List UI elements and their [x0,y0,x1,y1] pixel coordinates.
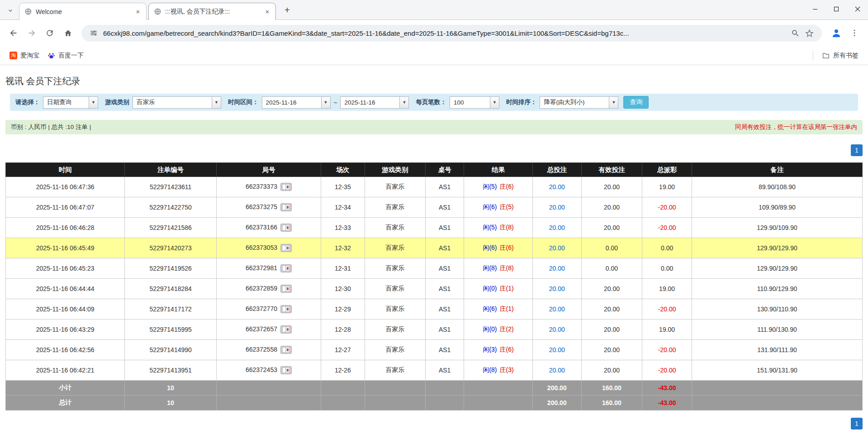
game-type-label: 游戏类别 [105,98,129,106]
tab-close-icon[interactable]: × [133,7,142,16]
total-bet-link[interactable]: 20.00 [549,183,565,191]
forward-button[interactable] [23,24,41,42]
chevron-down-icon[interactable]: ▼ [609,97,618,108]
total-bet-link[interactable]: 20.00 [549,326,565,333]
total-bet-link[interactable]: 20.00 [549,244,565,252]
menu-button[interactable] [845,24,863,42]
total-bet-link[interactable]: 20.00 [549,346,565,353]
address-bar[interactable]: 66cxkj98.com/game/betrecord_search/kind3… [81,25,822,42]
view-result-cards-icon[interactable] [280,305,292,313]
cell-empty [692,381,863,396]
tab-search-button[interactable] [3,2,18,19]
cell-result: 闲(0)庄(2) [464,320,533,340]
cell-result: 闲(8)庄(3) [464,360,533,381]
header-table-no: 桌号 [426,163,464,177]
player-result: 闲(5) [483,224,497,231]
refresh-button[interactable] [41,24,59,42]
minimize-button[interactable] [804,0,825,18]
bookmark-baidu[interactable]: 百度一下 [43,49,88,62]
subtotal-valid-bet: 160.00 [581,381,642,396]
url-text[interactable]: 66cxkj98.com/game/betrecord_search/kind3… [100,29,788,37]
select-label: 请选择： [15,98,40,106]
cell-round-id: 662372558 [216,340,321,360]
cell-time: 2025-11-16 06:43:29 [6,320,125,340]
total-bet-link[interactable]: 20.00 [549,285,565,292]
tab-close-icon[interactable]: × [263,7,272,16]
view-result-cards-icon[interactable] [280,264,292,272]
chevron-down-icon[interactable]: ▼ [212,97,221,108]
total-bet-link[interactable]: 20.00 [549,204,565,211]
cell-payout: -20.00 [642,299,692,320]
table-row: 2025-11-16 06:45:23 522971419526 6623729… [6,258,863,279]
cell-result: 闲(5)庄(8) [464,218,533,238]
chevron-down-icon[interactable]: ▼ [399,97,408,108]
profile-button[interactable] [827,24,845,42]
tab-betrecord[interactable]: :::视讯, 会员下注纪录::: × [148,3,276,20]
bookmark-taobao[interactable]: 淘 爱淘宝 [5,49,43,62]
cell-game-type: 百家乐 [365,238,425,258]
cell-time: 2025-11-16 06:45:23 [6,258,125,279]
chevron-down-icon[interactable]: ▼ [89,97,98,108]
round-id-text: 662372453 [246,366,277,373]
cell-game-type: 百家乐 [365,279,425,299]
chevron-down-icon[interactable]: ▼ [321,97,330,108]
cell-time: 2025-11-16 06:42:21 [6,360,125,381]
sort-order-value: 降幂(由大到小) [540,97,609,108]
header-bet-id: 注单编号 [125,163,217,177]
table-row: 2025-11-16 06:45:49 522971420273 6623730… [6,238,863,258]
view-result-cards-icon[interactable] [280,366,292,374]
page-size-label: 每页笔数： [416,98,446,106]
search-button[interactable]: 查询 [623,96,649,109]
view-result-cards-icon[interactable] [280,325,292,334]
cell-valid-bet: 20.00 [581,197,642,218]
bookmark-star-icon[interactable] [802,29,816,38]
new-tab-button[interactable]: + [280,3,294,17]
view-result-cards-icon[interactable] [280,244,292,252]
cell-valid-bet: 20.00 [581,320,642,340]
globe-icon [154,8,161,15]
pagination-page-1[interactable]: 1 [851,144,863,156]
total-bet-link[interactable]: 20.00 [549,265,565,272]
tab-welcome[interactable]: Welcome × [19,3,147,20]
view-result-cards-icon[interactable] [280,183,292,191]
cell-empty [216,381,321,396]
close-button[interactable] [847,0,868,18]
cell-valid-bet: 20.00 [581,360,642,381]
total-bet-link[interactable]: 20.00 [549,305,565,313]
sort-order-select[interactable]: 降幂(由大到小) ▼ [540,96,618,109]
pagination-page-1[interactable]: 1 [851,418,863,429]
date-start-select[interactable]: 2025-11-16 ▼ [262,96,331,109]
globe-icon [25,8,32,15]
date-end-select[interactable]: 2025-11-16 ▼ [340,96,409,109]
round-id-text: 662373373 [246,183,277,190]
back-button[interactable] [5,24,23,42]
site-settings-icon[interactable] [87,29,100,37]
view-result-cards-icon[interactable] [280,224,292,232]
view-result-cards-icon[interactable] [280,346,292,354]
cell-result: 闲(3)庄(6) [464,340,533,360]
round-id-text: 662372770 [246,305,277,312]
all-bookmarks-button[interactable]: 所有书签 [818,49,863,62]
page-size-select[interactable]: 100 ▼ [450,96,499,109]
cell-game-type: 百家乐 [365,360,425,381]
query-type-select[interactable]: 日期查询 ▼ [43,96,98,109]
baidu-paw-icon [47,52,55,59]
cell-game-type: 百家乐 [365,320,425,340]
player-result: 闲(8) [483,366,497,373]
view-result-cards-icon[interactable] [280,203,292,211]
tab-strip: Welcome × :::视讯, 会员下注纪录::: × + [0,0,868,20]
banker-result: 庄(5) [500,203,514,210]
maximize-button[interactable] [825,0,847,18]
total-bet-link[interactable]: 20.00 [549,367,565,374]
forward-icon [27,28,37,38]
home-button[interactable] [59,24,77,42]
total-valid-bet: 160.00 [581,396,642,410]
view-result-cards-icon[interactable] [280,285,292,293]
total-bet-link[interactable]: 20.00 [549,224,565,231]
cell-total-bet: 20.00 [532,258,581,279]
zoom-icon[interactable] [788,29,802,38]
game-type-select[interactable]: 百家乐 ▼ [133,96,221,109]
cell-empty [464,381,533,396]
chevron-down-icon[interactable]: ▼ [490,97,499,108]
minimize-icon [812,6,818,12]
